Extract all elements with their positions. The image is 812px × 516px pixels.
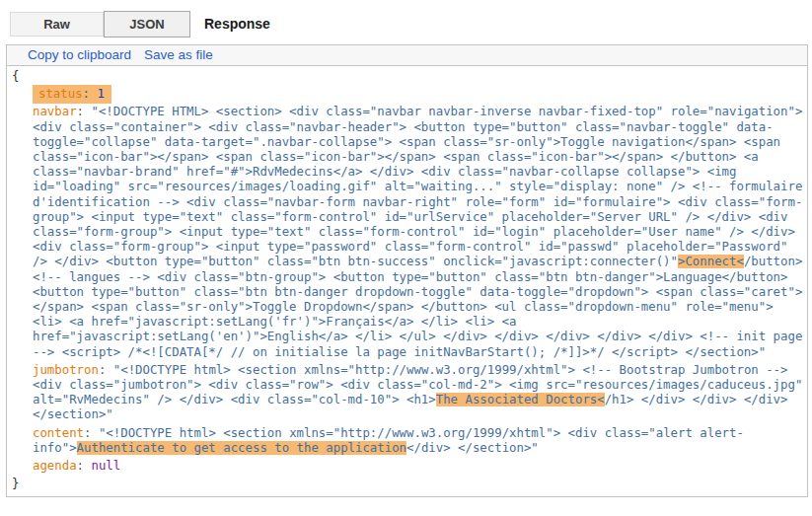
json-entry-agenda: agenda: null <box>11 459 807 474</box>
json-value-content-post: </div> </section>" <box>406 441 539 455</box>
json-value-status: 1 <box>97 87 104 101</box>
highlight-authenticate: Authenticate to get access to the applic… <box>77 441 406 455</box>
json-value-navbar-post: /button> <!-- langues --> <div class="bt… <box>33 255 802 358</box>
copy-to-clipboard-link[interactable]: Copy to clipboard <box>28 47 131 62</box>
highlight-associated-doctors: The Associated Doctors< <box>436 393 605 406</box>
response-toolbar: Copy to clipboardSave as file <box>7 45 807 66</box>
json-key-status: status <box>38 87 83 101</box>
tab-json[interactable]: JSON <box>104 11 190 37</box>
json-entry-navbar: navbar: "<!DOCTYPE HTML> <section> <div … <box>11 105 807 359</box>
json-value-agenda: null <box>91 459 120 473</box>
open-brace: { <box>11 69 807 84</box>
response-section-title: Response <box>204 16 270 32</box>
tab-raw[interactable]: Raw <box>10 12 104 37</box>
close-brace: } <box>11 477 807 491</box>
json-key-content: content <box>33 426 84 440</box>
json-key-agenda: agenda <box>33 459 77 473</box>
tab-json-label: JSON <box>129 17 164 32</box>
json-value-navbar-pre: "<!DOCTYPE HTML> <section> <div class="n… <box>33 105 802 268</box>
highlight-connect: >Connect< <box>678 255 744 268</box>
response-panel: Copy to clipboardSave as file { status: … <box>6 44 808 497</box>
json-entry-content: content: "<!DOCTYPE html> <section xmlns… <box>11 426 807 456</box>
save-as-file-link[interactable]: Save as file <box>144 47 213 62</box>
highlight-status: status: 1 <box>33 85 111 104</box>
json-entry-status: status: 1 <box>11 87 807 102</box>
response-format-tabbar: Raw JSON Response <box>10 10 812 37</box>
json-entry-jumbotron: jumbotron: "<!DOCTYPE html> <section xml… <box>11 363 807 423</box>
tab-raw-label: Raw <box>43 17 70 32</box>
json-key-jumbotron: jumbotron <box>33 363 99 377</box>
json-response-body: { status: 1 navbar: "<!DOCTYPE HTML> <se… <box>7 66 807 496</box>
json-key-navbar: navbar <box>33 105 77 118</box>
